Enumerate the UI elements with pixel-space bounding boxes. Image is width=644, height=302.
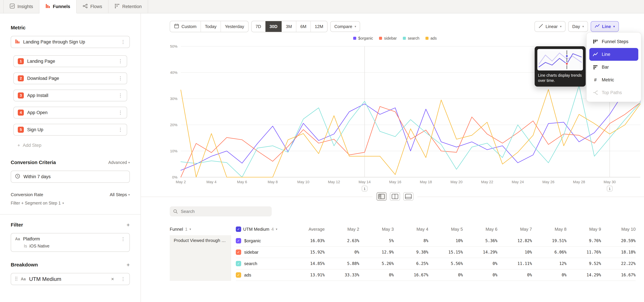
filter-segment-dropdown[interactable]: Filter + Segment on Step 1 ▾ xyxy=(11,201,130,206)
legend-item-search[interactable]: search xyxy=(403,36,420,40)
search-input[interactable] xyxy=(170,206,272,216)
chevron-down-icon: ▾ xyxy=(276,227,277,231)
chart-type-dropdown[interactable]: Line ▾ xyxy=(591,21,619,32)
column-header[interactable]: May 5 xyxy=(428,227,463,232)
series-checkbox[interactable]: ✓ xyxy=(236,272,241,278)
step-card-app-open[interactable]: 4 App Open ⋮ xyxy=(14,107,127,118)
breakdown-column-header[interactable]: ✓ UTM Medium 4 ▾ xyxy=(236,226,288,232)
table-header-row: Funnel 1 ▾ ✓ UTM Medium 4 ▾ AverageMay 2… xyxy=(170,223,644,235)
kebab-menu-icon[interactable]: ⋮ xyxy=(118,59,123,64)
table-cell: 0% xyxy=(359,270,394,281)
row-group-label[interactable]: Product Viewed through P... xyxy=(170,235,231,281)
remove-breakdown-icon[interactable]: × xyxy=(111,276,114,282)
range-12m-button[interactable]: 12M xyxy=(310,21,327,32)
series-line-ads[interactable] xyxy=(181,90,640,177)
y-axis-tick: 0% xyxy=(172,175,178,179)
kebab-menu-icon[interactable]: ⋮ xyxy=(118,110,123,115)
filter-platform-card[interactable]: Aa Platform ⋮ Is iOS Native xyxy=(11,233,130,252)
tab-flows[interactable]: Flows xyxy=(77,0,109,13)
filter-condition-row[interactable]: Is iOS Native xyxy=(15,244,126,248)
table-row-head[interactable]: ✓sidebar xyxy=(236,247,288,258)
chevron-down-icon: ▾ xyxy=(354,25,356,28)
kebab-menu-icon[interactable]: ⋮ xyxy=(118,93,123,98)
table-cell: 13.91% xyxy=(288,270,325,281)
line-chart-icon xyxy=(595,24,600,30)
tab-funnels[interactable]: Funnels xyxy=(40,0,77,13)
today-button[interactable]: Today xyxy=(200,21,220,32)
step-number-badge: 4 xyxy=(18,110,24,116)
column-header[interactable]: Average xyxy=(288,227,325,232)
all-steps-dropdown[interactable]: All Steps ▾ xyxy=(110,192,130,197)
series-line-search[interactable] xyxy=(181,86,640,177)
table-row-head[interactable]: ✓search xyxy=(236,258,288,270)
column-header[interactable]: May 4 xyxy=(394,227,428,232)
custom-date-button[interactable]: Custom xyxy=(170,21,200,32)
interval-dropdown[interactable]: Day ▾ xyxy=(568,21,588,32)
series-checkbox[interactable]: ✓ xyxy=(236,250,241,255)
drag-handle-icon[interactable] xyxy=(15,276,18,282)
menu-item-top-paths[interactable]: Top Paths xyxy=(589,86,638,99)
add-step-button[interactable]: + Add Step xyxy=(18,140,127,150)
table-row-head[interactable]: ✓$organic xyxy=(236,235,288,247)
layout-split-left-button[interactable] xyxy=(376,192,386,201)
range-30d-button[interactable]: 30D xyxy=(265,21,282,32)
series-checkbox[interactable]: ✓ xyxy=(236,238,241,244)
top-paths-icon xyxy=(593,90,598,95)
x-axis-tick: May 22 xyxy=(481,180,493,184)
range-6m-button[interactable]: 6M xyxy=(296,21,310,32)
range-label: 30D xyxy=(270,24,278,29)
advanced-dropdown[interactable]: Advanced ▾ xyxy=(108,160,130,165)
table-row-head[interactable]: ✓ads xyxy=(236,270,288,281)
column-header[interactable]: May 2 xyxy=(325,227,359,232)
step-card-download-page[interactable]: 2 Download Page ⋮ xyxy=(14,72,127,84)
yesterday-button[interactable]: Yesterday xyxy=(220,21,248,32)
line-chart-icon xyxy=(593,52,598,57)
kebab-menu-icon[interactable]: ⋮ xyxy=(121,40,126,44)
kebab-menu-icon[interactable]: ⋮ xyxy=(121,237,126,242)
scale-dropdown[interactable]: Linear ▾ xyxy=(534,21,566,32)
step-number-badge: 3 xyxy=(18,92,24,98)
compare-button[interactable]: Compare ▾ xyxy=(330,21,360,32)
kebab-menu-icon[interactable]: ⋮ xyxy=(118,127,123,132)
range-3m-button[interactable]: 3M xyxy=(282,21,296,32)
series-checkbox[interactable]: ✓ xyxy=(236,261,241,266)
menu-item-funnel-steps[interactable]: Funnel Steps xyxy=(589,35,638,48)
tab-retention[interactable]: Retention xyxy=(108,0,148,13)
column-header[interactable]: May 3 xyxy=(359,227,394,232)
conversion-criteria-row: Conversion Criteria Advanced ▾ xyxy=(11,160,130,165)
column-header[interactable]: May 7 xyxy=(498,227,532,232)
add-breakdown-button[interactable]: + xyxy=(126,262,130,268)
series-line-sidebar[interactable] xyxy=(181,102,640,177)
menu-item-bar[interactable]: Bar xyxy=(589,61,638,74)
range-7d-button[interactable]: 7D xyxy=(252,21,265,32)
layout-split-vertical-button[interactable] xyxy=(390,192,400,201)
add-filter-button[interactable]: + xyxy=(126,222,130,228)
app-root: Insights Funnels Flows Retention Metric … xyxy=(0,0,644,302)
tab-insights[interactable]: Insights xyxy=(3,0,40,13)
column-header[interactable]: May 10 xyxy=(601,227,636,232)
column-header[interactable]: May 8 xyxy=(532,227,566,232)
funnel-title-card[interactable]: Landing Page through Sign Up ⋮ xyxy=(11,36,130,48)
step-card-landing-page[interactable]: 1 Landing Page ⋮ xyxy=(14,55,127,67)
conversion-window-card[interactable]: Within 7 days xyxy=(11,171,130,183)
breakdown-count: 4 xyxy=(271,227,274,232)
step-card-app-install[interactable]: 3 App Install ⋮ xyxy=(14,90,127,101)
legend-item-ads[interactable]: ads xyxy=(426,36,437,40)
menu-item-line[interactable]: Line xyxy=(589,48,638,61)
legend-item-$organic[interactable]: $organic xyxy=(353,36,373,40)
legend-label: ads xyxy=(430,36,437,40)
breakdown-utm-card[interactable]: Aa UTM Medium × ⋮ xyxy=(11,273,130,285)
layout-split-bottom-button[interactable] xyxy=(403,192,414,201)
step-card-sign-up[interactable]: 5 Sign Up ⋮ xyxy=(14,124,127,136)
kebab-menu-icon[interactable]: ⋮ xyxy=(121,277,126,281)
breakdown-select-all-checkbox[interactable]: ✓ xyxy=(236,226,241,232)
kebab-menu-icon[interactable]: ⋮ xyxy=(118,76,123,81)
funnel-column-header[interactable]: Funnel 1 ▾ xyxy=(170,227,236,232)
column-header[interactable]: May 9 xyxy=(566,227,601,232)
menu-item-metric[interactable]: # Metric xyxy=(589,74,638,86)
column-header[interactable]: May 6 xyxy=(463,227,498,232)
table-cell: 12.9% xyxy=(359,247,394,258)
table-cell: 5.56% xyxy=(428,258,463,270)
legend-swatch xyxy=(426,37,428,40)
legend-item-sidebar[interactable]: sidebar xyxy=(379,36,397,40)
